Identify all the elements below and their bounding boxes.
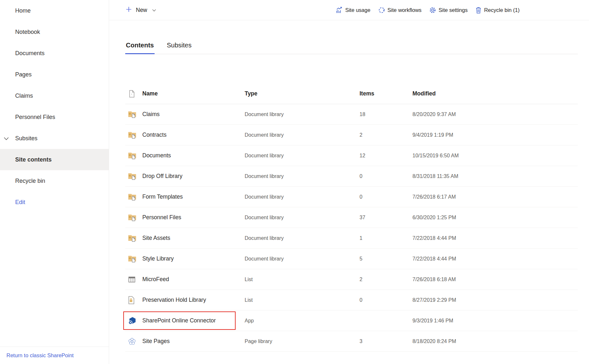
row-type: Document library [245, 173, 360, 179]
app-icon [128, 316, 142, 325]
table-row[interactable]: Documents Document library 12 10/15/2019… [125, 145, 578, 166]
sidebar-item-edit[interactable]: Edit [0, 192, 109, 213]
row-modified: 10/15/2019 6:50 AM [412, 153, 578, 159]
new-button[interactable]: New [125, 6, 157, 15]
table-row[interactable]: Claims Document library 18 8/20/2020 9:3… [125, 104, 578, 125]
new-button-label: New [136, 7, 147, 14]
sidebar-item-label: Recycle bin [15, 178, 45, 184]
sidebar-item-label: Notebook [15, 29, 40, 35]
action-label: Site settings [439, 7, 468, 13]
sidebar-item-label: Edit [15, 199, 25, 206]
sidebar-item-site-contents[interactable]: Site contents [0, 149, 109, 170]
column-header-items[interactable]: Items [360, 90, 412, 97]
row-items: 2 [360, 132, 412, 138]
row-name[interactable]: Style Library [142, 255, 245, 262]
sidebar-item-documents[interactable]: Documents [0, 43, 109, 64]
site-workflows-button[interactable]: Site workflows [377, 6, 422, 14]
table-row[interactable]: MicroFeed List 2 7/26/2018 6:18 AM [125, 269, 578, 290]
sidebar-item-home[interactable]: Home [0, 0, 109, 21]
document-library-icon [128, 131, 142, 139]
site-settings-icon [429, 6, 436, 14]
page-library-icon [128, 337, 142, 346]
table-header: Name Type Items Modified [125, 84, 578, 104]
sidebar-item-notebook[interactable]: Notebook [0, 21, 109, 43]
table-row[interactable]: Contracts Document library 2 9/4/2019 1:… [125, 125, 578, 145]
sidebar-item-label: Site contents [15, 156, 52, 163]
table-row[interactable]: Drop Off Library Document library 0 8/31… [125, 166, 578, 187]
document-lock-icon [128, 296, 142, 304]
tab-subsites[interactable]: Subsites [166, 42, 192, 54]
sidebar-nav: Home Notebook Documents Pages Claims Per… [0, 0, 109, 213]
row-items: 3 [360, 339, 412, 344]
table-row[interactable]: SharePoint Online Connector App 9/3/2019… [125, 310, 578, 331]
column-header-modified[interactable]: Modified [412, 90, 578, 97]
table-row[interactable]: Site Pages Page library 3 8/18/2020 8:24… [125, 331, 578, 352]
table-row[interactable]: Form Templates Document library 0 7/26/2… [125, 187, 578, 207]
sidebar: Home Notebook Documents Pages Claims Per… [0, 0, 109, 364]
row-type: List [245, 297, 360, 303]
table-row[interactable]: Site Assets Document library 1 7/22/2018… [125, 228, 578, 249]
row-name[interactable]: Site Assets [142, 235, 245, 241]
row-name[interactable]: Claims [142, 111, 245, 118]
sidebar-item-label: Claims [15, 93, 33, 99]
row-name[interactable]: Site Pages [142, 338, 245, 345]
row-items: 18 [360, 112, 412, 117]
sidebar-item-subsites[interactable]: Subsites [0, 128, 109, 149]
tabs: ContentsSubsites [125, 42, 578, 54]
sidebar-item-personnel-files[interactable]: Personnel Files [0, 106, 109, 128]
table-row[interactable]: Preservation Hold Library List 0 8/27/20… [125, 290, 578, 310]
document-library-icon [128, 255, 142, 263]
command-bar-actions: Site usage Site workflows Site settings … [335, 6, 520, 14]
row-items: 0 [360, 173, 412, 179]
row-modified: 8/20/2020 9:37 AM [412, 112, 578, 117]
table-row[interactable]: Personnel Files Document library 37 6/30… [125, 207, 578, 228]
row-type: Document library [245, 132, 360, 138]
tab-contents[interactable]: Contents [125, 42, 155, 54]
row-name[interactable]: Drop Off Library [142, 173, 245, 180]
action-label: Site usage [345, 7, 371, 13]
row-items: 5 [360, 256, 412, 262]
sidebar-item-label: Home [15, 7, 31, 14]
table-body: Claims Document library 18 8/20/2020 9:3… [125, 104, 578, 352]
list-icon [128, 276, 142, 283]
site-contents-page: Home Notebook Documents Pages Claims Per… [0, 0, 589, 364]
row-modified: 8/31/2018 11:35 AM [412, 173, 578, 179]
row-modified: 6/30/2020 1:25 PM [412, 215, 578, 221]
row-name[interactable]: Contracts [142, 132, 245, 138]
row-name[interactable]: MicroFeed [142, 276, 245, 283]
row-type: List [245, 277, 360, 282]
column-header-name[interactable]: Name [142, 90, 245, 97]
row-name[interactable]: Form Templates [142, 193, 245, 200]
command-bar: New Site usage Site workflows Site setti… [109, 0, 589, 20]
plus-icon [125, 6, 132, 15]
site-settings-button[interactable]: Site settings [428, 6, 468, 14]
row-type: Document library [245, 256, 360, 262]
site-usage-button[interactable]: Site usage [335, 6, 371, 14]
recycle-bin-1-button[interactable]: Recycle bin (1) [474, 6, 520, 14]
sidebar-item-label: Documents [15, 50, 45, 57]
site-workflows-icon [378, 6, 385, 14]
document-library-icon [128, 213, 142, 221]
row-type: Page library [245, 339, 360, 344]
sidebar-item-claims[interactable]: Claims [0, 85, 109, 106]
row-type: App [245, 318, 360, 324]
sidebar-item-pages[interactable]: Pages [0, 64, 109, 85]
row-name[interactable]: Personnel Files [142, 214, 245, 221]
document-library-icon [128, 172, 142, 180]
document-library-icon [128, 110, 142, 118]
row-items: 2 [360, 277, 412, 282]
return-to-classic-link[interactable]: Return to classic SharePoint [6, 352, 74, 359]
row-type: Document library [245, 153, 360, 159]
row-name[interactable]: Preservation Hold Library [142, 297, 245, 303]
table-row[interactable]: Style Library Document library 5 7/22/20… [125, 249, 578, 269]
row-name[interactable]: Documents [142, 152, 245, 159]
row-modified: 8/27/2019 2:29 PM [412, 297, 578, 303]
main-content: New Site usage Site workflows Site setti… [109, 0, 589, 364]
column-header-type[interactable]: Type [245, 90, 360, 97]
site-usage-icon [336, 6, 343, 14]
row-name[interactable]: SharePoint Online Connector [142, 317, 245, 324]
sidebar-item-recycle-bin[interactable]: Recycle bin [0, 170, 109, 192]
chevron-down-icon[interactable] [3, 135, 10, 142]
row-items: 12 [360, 153, 412, 159]
row-items: 37 [360, 215, 412, 221]
